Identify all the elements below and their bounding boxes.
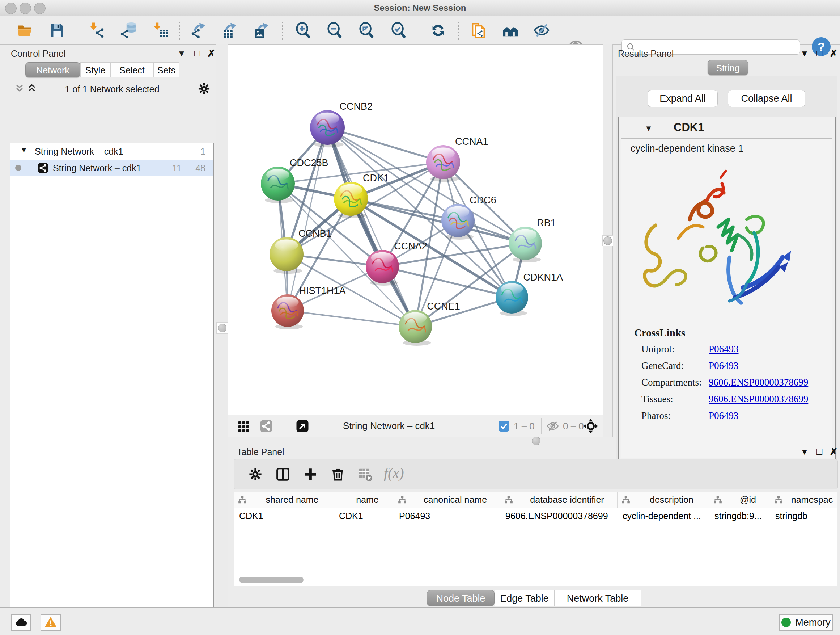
table-cell[interactable]: stringdb:9... xyxy=(714,511,762,521)
tab-edge-table[interactable]: Edge Table xyxy=(494,590,554,606)
network-canvas[interactable]: CCNB2CCNA1CDC25BCDK1CDC6RB1CCNB1CCNA2CDK… xyxy=(228,44,603,415)
column-header-@id[interactable]: @id xyxy=(709,492,770,508)
export-image-button[interactable] xyxy=(253,21,271,40)
left-splitter-handle[interactable] xyxy=(218,324,226,333)
crosslink-row: Tissues:9606.ENSP00000378699 xyxy=(641,394,822,405)
refresh-button[interactable] xyxy=(429,21,447,40)
hidden-eye-icon[interactable] xyxy=(546,420,559,432)
crosslink-link[interactable]: 9606.ENSP00000378699 xyxy=(709,394,808,405)
network-collection-row[interactable]: ▼ String Network – cdk1 1 xyxy=(10,143,213,160)
edge-CCNB2-CCNE1 xyxy=(327,127,415,326)
close-panel-icon[interactable]: ✗ xyxy=(829,48,838,59)
table-cell[interactable]: CDK1 xyxy=(339,511,363,521)
crosslink-link[interactable]: 9606.ENSP00000378699 xyxy=(709,377,808,388)
maximize-panel-icon[interactable]: □ xyxy=(816,446,822,457)
left-splitter[interactable] xyxy=(216,44,228,608)
node-HIST1H1A[interactable]: HIST1H1A xyxy=(271,285,346,329)
node-label-HIST1H1A: HIST1H1A xyxy=(299,285,346,296)
float-panel-icon[interactable]: ▼ xyxy=(177,49,186,59)
tab-style[interactable]: Style xyxy=(80,62,111,78)
horizontal-scrollbar-thumb[interactable] xyxy=(239,577,303,583)
crosslink-link[interactable]: P06493 xyxy=(709,410,739,421)
checkbox-checked-icon[interactable] xyxy=(499,421,509,432)
show-all-networks-button[interactable] xyxy=(501,21,519,40)
export-table-button[interactable] xyxy=(221,21,239,40)
cloud-button[interactable] xyxy=(11,614,31,631)
grid-view-icon[interactable] xyxy=(237,420,250,432)
column-header-database-identifier[interactable]: database identifier xyxy=(500,492,617,508)
copy-network-button[interactable] xyxy=(469,21,487,40)
table-cell[interactable]: stringdb xyxy=(775,511,807,521)
table-cell[interactable]: P06493 xyxy=(399,511,430,521)
float-panel-icon[interactable]: ▼ xyxy=(800,49,809,59)
right-splitter[interactable] xyxy=(603,44,613,437)
delete-button[interactable] xyxy=(330,467,346,482)
warning-button[interactable] xyxy=(41,614,61,631)
export-table-icon xyxy=(221,22,238,39)
edge-HIST1H1A-CCNE1 xyxy=(287,310,415,326)
gear-button[interactable] xyxy=(248,467,263,482)
export-network-button[interactable] xyxy=(189,21,208,40)
horizontal-splitter-handle[interactable] xyxy=(532,437,540,445)
float-panel-icon[interactable]: ▼ xyxy=(800,447,809,457)
crosslink-link[interactable]: P06493 xyxy=(709,344,739,355)
birdseye-view-icon[interactable] xyxy=(296,420,309,432)
memory-status-dot xyxy=(782,618,791,627)
collapse-gene-icon[interactable]: ▼ xyxy=(645,124,653,133)
column-header-description[interactable]: description xyxy=(617,492,709,508)
node-CDKN1A[interactable]: CDKN1A xyxy=(496,272,563,316)
column-header-canonical-name[interactable]: canonical name xyxy=(394,492,500,508)
column-header-namespac[interactable]: namespac xyxy=(770,492,837,508)
tab-network[interactable]: Network xyxy=(25,62,80,78)
table-cell[interactable]: CDK1 xyxy=(239,511,264,521)
move-icon[interactable] xyxy=(583,418,598,434)
gear-icon[interactable] xyxy=(197,82,211,97)
open-session-button[interactable] xyxy=(16,21,34,40)
column-header-name[interactable]: name xyxy=(334,492,394,508)
save-session-button[interactable] xyxy=(48,21,66,40)
node-table: shared namenamecanonical namedatabase id… xyxy=(234,492,837,586)
delete-table-button[interactable] xyxy=(358,467,373,482)
add-button[interactable] xyxy=(303,467,318,482)
chevron-double-down-icon[interactable] xyxy=(14,82,25,96)
node-CCNE1[interactable]: CCNE1 xyxy=(399,301,460,346)
zoom-fit-button[interactable] xyxy=(357,21,376,40)
triangle-down-icon[interactable]: ▼ xyxy=(20,146,27,154)
tab-select[interactable]: Select xyxy=(111,62,154,78)
network-title: String Network – cdk1 xyxy=(343,420,435,432)
close-panel-icon[interactable]: ✗ xyxy=(207,48,216,59)
hidden-nodes-count: 0 – 0 xyxy=(563,421,584,432)
table-cell[interactable]: cyclin-dependent ... xyxy=(622,511,701,521)
share-view-icon[interactable] xyxy=(260,420,273,432)
right-splitter-handle[interactable] xyxy=(603,236,612,245)
network-row-selected[interactable]: String Network – cdk1 11 48 xyxy=(10,160,213,176)
fx-button[interactable]: f(x) xyxy=(384,464,416,480)
close-panel-icon[interactable]: ✗ xyxy=(829,446,838,458)
memory-button[interactable]: Memory xyxy=(779,614,833,631)
zoom-in-button[interactable] xyxy=(294,21,312,40)
import-network-database-button[interactable] xyxy=(119,21,137,40)
zoom-out-icon xyxy=(326,22,343,39)
tab-string[interactable]: String xyxy=(707,60,748,75)
collapse-all-button[interactable]: Collapse All xyxy=(728,90,805,107)
import-network-button[interactable] xyxy=(88,21,106,40)
hide-selected-button[interactable] xyxy=(532,21,551,40)
node-CDK1[interactable]: CDK1 xyxy=(334,173,389,218)
zoom-out-button[interactable] xyxy=(325,21,344,40)
tab-sets[interactable]: Sets xyxy=(154,62,179,78)
table-cell[interactable]: 9606.ENSP00000378699 xyxy=(505,511,608,521)
import-table-button[interactable] xyxy=(152,21,170,40)
node-label-CCNA2: CCNA2 xyxy=(394,241,427,252)
crosslink-link[interactable]: P06493 xyxy=(709,360,739,371)
expand-all-button[interactable]: Expand All xyxy=(647,90,718,107)
columns-button[interactable] xyxy=(275,467,291,482)
maximize-panel-icon[interactable]: □ xyxy=(194,48,200,59)
maximize-panel-icon[interactable]: □ xyxy=(816,48,822,59)
tab-node-table[interactable]: Node Table xyxy=(427,590,494,606)
current-network-dot-icon xyxy=(15,165,21,171)
chevron-double-up-icon[interactable] xyxy=(26,82,38,96)
zoom-selected-button[interactable] xyxy=(390,21,408,40)
node-RB1[interactable]: RB1 xyxy=(508,218,556,263)
column-header-shared-name[interactable]: shared name xyxy=(234,492,334,508)
tab-network-table[interactable]: Network Table xyxy=(554,590,641,606)
